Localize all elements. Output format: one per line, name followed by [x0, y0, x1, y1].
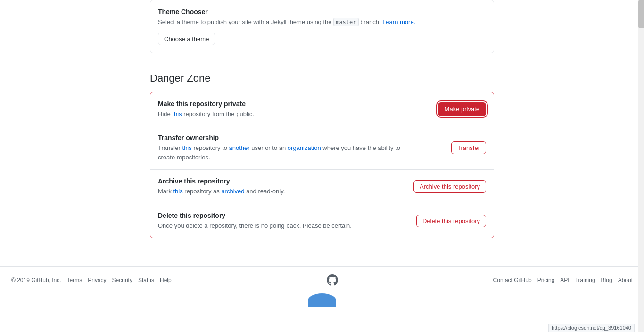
- make-private-button[interactable]: Make private: [438, 102, 486, 116]
- footer-link-help[interactable]: Help: [160, 277, 172, 283]
- github-logo-icon: [327, 274, 338, 286]
- transfer-button[interactable]: Transfer: [451, 141, 486, 154]
- danger-zone-box: Make this repository private Hide this r…: [150, 92, 494, 239]
- avatar-peek: [0, 293, 644, 307]
- delete-button[interactable]: Delete this repository: [416, 215, 486, 227]
- footer: © 2019 GitHub, Inc. Terms Privacy Securi…: [0, 267, 644, 293]
- danger-item-heading-make-private: Make this repository private: [158, 100, 254, 108]
- danger-item-archive: Archive this repository Mark this reposi…: [150, 170, 494, 204]
- danger-zone-title: Danger Zone: [150, 72, 210, 84]
- footer-link-training[interactable]: Training: [575, 277, 595, 283]
- danger-item-link-transfer-2[interactable]: another: [229, 144, 250, 151]
- theme-description-suffix: branch.: [360, 18, 380, 25]
- danger-item-desc-transfer: Transfer this repository to another user…: [158, 143, 403, 162]
- footer-link-status[interactable]: Status: [138, 277, 154, 283]
- theme-description-prefix: Select a theme to publish your site with…: [158, 18, 332, 25]
- choose-theme-button[interactable]: Choose a theme: [158, 33, 215, 45]
- footer-link-blog[interactable]: Blog: [601, 277, 612, 283]
- footer-center: [327, 274, 338, 286]
- footer-link-security[interactable]: Security: [112, 277, 132, 283]
- theme-chooser-description: Select a theme to publish your site with…: [158, 17, 486, 27]
- danger-item-content-transfer: Transfer ownership Transfer this reposit…: [158, 134, 403, 162]
- danger-item-desc-archive: Mark this repository as archived and rea…: [158, 187, 285, 196]
- footer-link-api[interactable]: API: [560, 277, 569, 283]
- footer-link-terms[interactable]: Terms: [67, 277, 83, 283]
- footer-left: © 2019 GitHub, Inc. Terms Privacy Securi…: [11, 277, 172, 283]
- danger-item-link-transfer-1[interactable]: this: [182, 144, 192, 151]
- footer-right: Contact GitHub Pricing API Training Blog…: [493, 277, 633, 283]
- danger-item-content-make-private: Make this repository private Hide this r…: [158, 100, 254, 119]
- url-hint: https://blog.csdn.net/qq_39161040: [548, 324, 635, 332]
- footer-link-about[interactable]: About: [618, 277, 633, 283]
- footer-copyright: © 2019 GitHub, Inc.: [11, 277, 61, 283]
- archive-button[interactable]: Archive this repository: [413, 180, 486, 193]
- danger-item-content-archive: Archive this repository Mark this reposi…: [158, 177, 285, 196]
- danger-zone-section: Danger Zone Make this repository private…: [0, 63, 644, 257]
- scrollbar-thumb[interactable]: [638, 0, 644, 28]
- theme-chooser-title: Theme Chooser: [158, 8, 486, 16]
- danger-item-make-private: Make this repository private Hide this r…: [150, 92, 494, 127]
- main-content: Theme Chooser Select a theme to publish …: [0, 0, 644, 307]
- danger-item-delete: Delete this repository Once you delete a…: [150, 204, 494, 238]
- theme-branch-code: master: [333, 18, 358, 26]
- danger-item-link-make-private[interactable]: this: [172, 110, 182, 117]
- footer-link-pricing[interactable]: Pricing: [537, 277, 555, 283]
- theme-chooser-card: Theme Chooser Select a theme to publish …: [150, 0, 494, 53]
- danger-item-heading-delete: Delete this repository: [158, 212, 352, 219]
- danger-item-content-delete: Delete this repository Once you delete a…: [158, 212, 352, 231]
- theme-learn-more-link[interactable]: Learn more.: [382, 18, 415, 25]
- theme-chooser-section: Theme Chooser Select a theme to publish …: [0, 0, 644, 63]
- danger-item-heading-archive: Archive this repository: [158, 177, 285, 185]
- danger-item-link-archive-2[interactable]: archived: [221, 188, 244, 195]
- footer-link-contact-github[interactable]: Contact GitHub: [493, 277, 532, 283]
- danger-item-link-archive-1[interactable]: this: [173, 188, 183, 195]
- danger-item-heading-transfer: Transfer ownership: [158, 134, 403, 141]
- page-wrapper: Theme Chooser Select a theme to publish …: [0, 0, 644, 307]
- danger-item-link-transfer-3[interactable]: organization: [288, 144, 321, 151]
- danger-item-transfer: Transfer ownership Transfer this reposit…: [150, 126, 494, 170]
- footer-link-privacy[interactable]: Privacy: [88, 277, 106, 283]
- danger-item-desc-delete: Once you delete a repository, there is n…: [158, 221, 352, 231]
- avatar-circle: [308, 293, 336, 307]
- scrollbar[interactable]: [638, 0, 644, 332]
- danger-item-desc-make-private: Hide this repository from the public.: [158, 109, 254, 119]
